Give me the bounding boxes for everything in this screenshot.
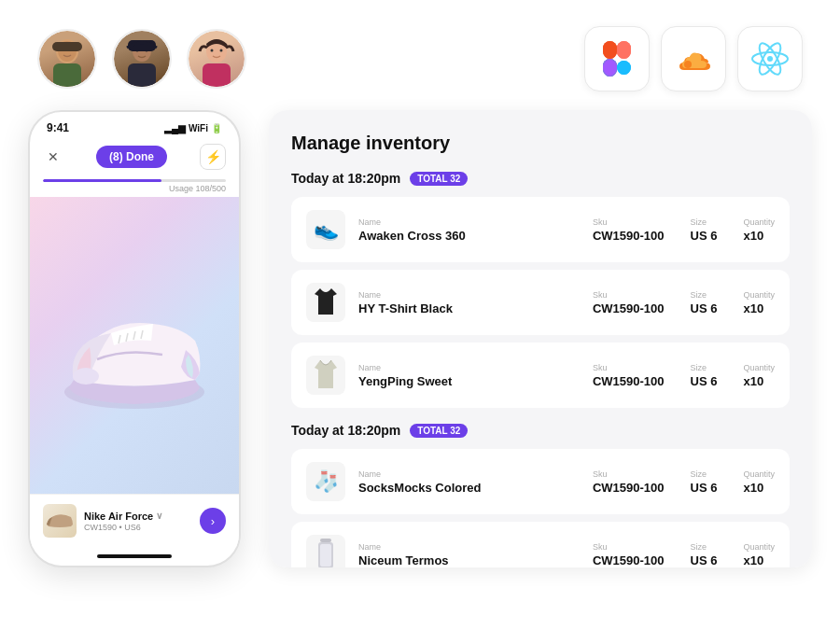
svg-point-45 bbox=[73, 368, 99, 385]
chevron-icon: ∨ bbox=[156, 511, 162, 521]
shoe-details: Nike Air Force ∨ CW1590 • US6 bbox=[84, 511, 162, 532]
svg-rect-2 bbox=[53, 63, 81, 87]
avatar-3[interactable] bbox=[187, 29, 246, 89]
item-4-name-label: Name bbox=[358, 469, 580, 479]
inventory-item-5: Name Niceum Termos Sku CW1590-100 Size U… bbox=[291, 522, 790, 567]
item-3-meta: Sku CW1590-100 Size US 6 Quantity x10 bbox=[593, 363, 775, 388]
signal-icon: ▂▄▆ bbox=[164, 123, 186, 133]
progress-track bbox=[43, 179, 226, 182]
phone-mockup: 9:41 ▂▄▆ WiFi 🔋 ✕ (8) Done ⚡ Usage 108/5… bbox=[28, 110, 241, 567]
item-5-sku-col: Sku CW1590-100 bbox=[593, 542, 665, 567]
phone-time: 9:41 bbox=[47, 121, 69, 134]
item-4-qty-col: Quantity x10 bbox=[743, 469, 775, 495]
nav-circle-button[interactable]: › bbox=[200, 508, 226, 534]
inventory-item-1: 👟 Name Awaken Cross 360 Sku CW1590-100 S… bbox=[291, 197, 790, 262]
shoe-sku-size: CW1590 • US6 bbox=[84, 523, 162, 532]
shoe-thumb-icon bbox=[45, 511, 75, 530]
item-4-meta: Sku CW1590-100 Size US 6 Quantity x10 bbox=[593, 469, 775, 495]
item-2-size-col: Size US 6 bbox=[691, 290, 718, 315]
item-5-meta: Sku CW1590-100 Size US 6 Quantity x10 bbox=[593, 542, 775, 567]
progress-fill bbox=[43, 179, 161, 182]
item-4-name: SocksMocks Colored bbox=[358, 481, 580, 495]
svg-point-33 bbox=[618, 62, 630, 74]
inventory-item-4: 🧦 Name SocksMocks Colored Sku CW1590-100… bbox=[291, 449, 790, 514]
item-2-qty-col: Quantity x10 bbox=[743, 290, 775, 315]
svg-point-15 bbox=[220, 49, 223, 52]
cloudflare-icon-box[interactable] bbox=[661, 26, 726, 91]
inventory-section-1-header: Today at 18:20pm TOTAL 32 bbox=[291, 171, 790, 186]
phone-status-bar: 9:41 ▂▄▆ WiFi 🔋 bbox=[30, 112, 239, 138]
close-button[interactable]: ✕ bbox=[43, 147, 63, 167]
progress-bar-container: Usage 108/500 bbox=[30, 175, 239, 197]
item-1-meta: Sku CW1590-100 Size US 6 Quantity x10 bbox=[593, 217, 775, 243]
sneaker-illustration bbox=[41, 257, 228, 434]
avatars-container bbox=[37, 29, 246, 89]
cloudflare-icon bbox=[675, 46, 712, 72]
sweater-icon bbox=[311, 358, 341, 392]
lightning-button[interactable]: ⚡ bbox=[200, 144, 226, 170]
phone-bottom-card: Nike Air Force ∨ CW1590 • US6 › bbox=[30, 494, 239, 547]
item-5-qty-col: Quantity x10 bbox=[743, 542, 775, 567]
phone-home-bar bbox=[30, 547, 239, 566]
inventory-item-2: Name HY T-Shirt Black Sku CW1590-100 Siz… bbox=[291, 270, 790, 335]
wifi-icon: WiFi bbox=[189, 123, 208, 133]
item-3-qty-col: Quantity x10 bbox=[743, 363, 775, 388]
phone-shoe-info: Nike Air Force ∨ CW1590 • US6 bbox=[43, 504, 162, 538]
main-content: 9:41 ▂▄▆ WiFi 🔋 ✕ (8) Done ⚡ Usage 108/5… bbox=[0, 110, 840, 586]
item-1-qty-col: Quantity x10 bbox=[743, 217, 775, 243]
done-button[interactable]: (8) Done bbox=[96, 146, 167, 168]
svg-rect-7 bbox=[128, 63, 156, 87]
item-2-thumb bbox=[306, 283, 345, 322]
item-4-sku-col: Sku CW1590-100 bbox=[593, 469, 665, 495]
svg-rect-32 bbox=[604, 60, 616, 76]
inventory-title: Manage inventory bbox=[291, 133, 790, 154]
inventory-item-3: Name YengPing Sweet Sku CW1590-100 Size … bbox=[291, 343, 790, 408]
item-3-thumb bbox=[306, 356, 345, 395]
phone-image-area bbox=[30, 197, 239, 494]
shoe-thumbnail bbox=[43, 504, 77, 538]
item-2-name-label: Name bbox=[358, 290, 580, 300]
item-5-thumb bbox=[306, 535, 345, 567]
react-icon-box[interactable] bbox=[737, 26, 803, 91]
brand-icons-container bbox=[584, 26, 803, 91]
svg-rect-6 bbox=[52, 42, 82, 51]
svg-rect-49 bbox=[320, 544, 331, 567]
svg-point-39 bbox=[767, 56, 773, 62]
avatar-1[interactable] bbox=[37, 29, 97, 89]
phone-toolbar: ✕ (8) Done ⚡ bbox=[30, 138, 239, 175]
item-4-size-col: Size US 6 bbox=[691, 469, 718, 495]
item-1-name-label: Name bbox=[358, 217, 580, 227]
battery-icon: 🔋 bbox=[211, 123, 222, 133]
phone-status-icons: ▂▄▆ WiFi 🔋 bbox=[164, 123, 222, 133]
item-5-name-label: Name bbox=[358, 542, 580, 552]
item-2-sku-col: Sku CW1590-100 bbox=[593, 290, 665, 315]
item-5-name: Niceum Termos bbox=[358, 553, 580, 567]
item-3-sku-col: Sku CW1590-100 bbox=[593, 363, 665, 388]
svg-rect-31 bbox=[617, 42, 629, 58]
section-2-time: Today at 18:20pm bbox=[291, 423, 400, 438]
item-1-size-col: Size US 6 bbox=[691, 217, 718, 243]
item-1-name: Awaken Cross 360 bbox=[358, 229, 580, 243]
svg-point-14 bbox=[211, 49, 214, 52]
section-1-badge: TOTAL 32 bbox=[410, 172, 468, 186]
item-4-thumb: 🧦 bbox=[306, 462, 345, 501]
figma-icon-box[interactable] bbox=[584, 26, 650, 91]
svg-rect-13 bbox=[203, 63, 231, 87]
item-1-sku-col: Sku CW1590-100 bbox=[593, 217, 665, 243]
item-2-meta: Sku CW1590-100 Size US 6 Quantity x10 bbox=[593, 290, 775, 315]
item-2-name: HY T-Shirt Black bbox=[358, 301, 580, 315]
item-3-name-label: Name bbox=[358, 363, 580, 372]
progress-label: Usage 108/500 bbox=[43, 184, 226, 193]
item-1-thumb: 👟 bbox=[306, 210, 345, 249]
item-3-name: YengPing Sweet bbox=[358, 374, 580, 388]
item-4-main: Name SocksMocks Colored bbox=[358, 469, 580, 495]
avatar-2[interactable] bbox=[112, 29, 172, 89]
item-5-main: Name Niceum Termos bbox=[358, 542, 580, 567]
shoe-name: Nike Air Force ∨ bbox=[84, 511, 162, 522]
item-1-main: Name Awaken Cross 360 bbox=[358, 217, 580, 243]
item-2-main: Name HY T-Shirt Black bbox=[358, 290, 580, 315]
top-bar bbox=[0, 0, 840, 110]
svg-rect-30 bbox=[604, 42, 616, 58]
section-1-time: Today at 18:20pm bbox=[291, 171, 400, 186]
item-3-main: Name YengPing Sweet bbox=[358, 363, 580, 388]
